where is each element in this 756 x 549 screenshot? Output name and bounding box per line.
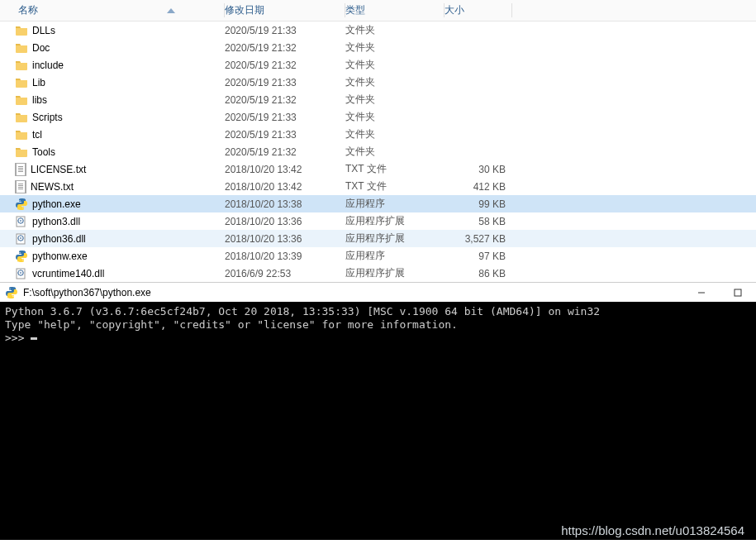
cursor-icon (31, 337, 37, 340)
file-name: Lib (32, 77, 45, 88)
terminal-titlebar[interactable]: F:\soft\python367\python.exe (0, 282, 756, 302)
file-row[interactable]: python.exe2018/10/20 13:38应用程序99 KB (0, 195, 756, 212)
file-row[interactable]: python3.dll2018/10/20 13:36应用程序扩展58 KB (0, 212, 756, 230)
file-date: 2020/5/19 21:33 (225, 77, 345, 88)
file-date: 2020/5/19 21:32 (225, 60, 345, 71)
file-type: 文件夹 (345, 110, 445, 124)
file-row[interactable]: pythonw.exe2018/10/20 13:39应用程序97 KB (0, 247, 756, 265)
file-size: 86 KB (445, 268, 512, 279)
py-icon (15, 198, 28, 211)
file-type: 文件夹 (345, 75, 445, 89)
maximize-button[interactable] (720, 283, 756, 302)
file-date: 2016/6/9 22:53 (225, 268, 345, 279)
file-name: vcruntime140.dll (32, 268, 104, 279)
file-row[interactable]: vcruntime140.dll2016/6/9 22:53应用程序扩展86 K… (0, 265, 756, 282)
file-date: 2020/5/19 21:32 (225, 42, 345, 54)
file-name: NEWS.txt (31, 181, 74, 193)
file-type: 文件夹 (345, 41, 445, 55)
file-row[interactable]: include2020/5/19 21:32文件夹 (0, 56, 756, 74)
file-type: TXT 文件 (345, 162, 445, 176)
python-icon (5, 286, 18, 299)
folder-icon (15, 111, 28, 124)
column-header-date[interactable]: 修改日期 (225, 0, 345, 21)
file-row[interactable]: DLLs2020/5/19 21:33文件夹 (0, 21, 756, 39)
file-size: 99 KB (445, 198, 512, 210)
folder-icon (15, 76, 28, 89)
column-label: 修改日期 (225, 3, 264, 17)
dll-icon (15, 267, 28, 280)
file-type: 应用程序扩展 (345, 232, 445, 246)
column-header-type[interactable]: 类型 (345, 0, 445, 21)
file-name: tcl (32, 129, 42, 141)
file-date: 2020/5/19 21:33 (225, 129, 345, 141)
terminal-output[interactable]: Python 3.6.7 (v3.6.7:6ec5cf24b7, Oct 20 … (0, 302, 756, 540)
file-name: DLLs (32, 25, 55, 36)
file-type: 文件夹 (345, 145, 445, 159)
column-label: 大小 (445, 3, 464, 17)
terminal-line: Type "help", "copyright", "credits" or "… (5, 318, 458, 331)
dll-icon (15, 215, 28, 228)
column-header-row: 名称 修改日期 类型 大小 (0, 0, 756, 21)
file-name: include (32, 60, 64, 71)
file-size: 412 KB (445, 181, 512, 193)
terminal-line: Python 3.6.7 (v3.6.7:6ec5cf24b7, Oct 20 … (5, 305, 600, 317)
file-list: DLLs2020/5/19 21:33文件夹Doc2020/5/19 21:32… (0, 21, 756, 282)
file-date: 2018/10/20 13:42 (225, 164, 345, 175)
file-date: 2020/5/19 21:33 (225, 112, 345, 123)
file-type: 应用程序 (345, 197, 445, 211)
minimize-button[interactable] (683, 283, 720, 302)
file-row[interactable]: LICENSE.txt2018/10/20 13:42TXT 文件30 KB (0, 160, 756, 178)
file-row[interactable]: python36.dll2018/10/20 13:36应用程序扩展3,527 … (0, 230, 756, 247)
file-row[interactable]: libs2020/5/19 21:32文件夹 (0, 91, 756, 108)
terminal-title: F:\soft\python367\python.exe (23, 287, 151, 298)
file-row[interactable]: Lib2020/5/19 21:33文件夹 (0, 74, 756, 91)
column-label: 名称 (18, 3, 38, 17)
file-name: libs (32, 94, 47, 106)
file-name: python36.dll (32, 233, 86, 245)
folder-icon (15, 41, 28, 55)
file-date: 2020/5/19 21:32 (225, 94, 345, 106)
folder-icon (15, 128, 28, 141)
file-name: pythonw.exe (32, 251, 88, 262)
file-size: 97 KB (445, 251, 512, 262)
terminal-prompt: >>> (5, 332, 31, 344)
column-header-size[interactable]: 大小 (445, 0, 512, 21)
file-name: Scripts (32, 112, 63, 123)
file-name: Doc (32, 42, 50, 54)
file-row[interactable]: NEWS.txt2018/10/20 13:42TXT 文件412 KB (0, 178, 756, 195)
file-type: 文件夹 (345, 23, 445, 37)
file-date: 2018/10/20 13:42 (225, 181, 345, 193)
svg-rect-9 (735, 289, 741, 296)
file-explorer-panel: 名称 修改日期 类型 大小 DLLs2020/5/19 21:33文件夹Doc2… (0, 0, 756, 282)
file-size: 58 KB (445, 216, 512, 227)
file-type: 应用程序 (345, 249, 445, 263)
file-row[interactable]: Doc2020/5/19 21:32文件夹 (0, 39, 756, 56)
file-size: 3,527 KB (445, 233, 512, 245)
py-icon (15, 250, 28, 263)
svg-point-2 (20, 220, 21, 222)
file-size: 30 KB (445, 164, 512, 175)
svg-point-5 (20, 237, 21, 239)
file-name: Tools (32, 146, 55, 158)
file-type: 文件夹 (345, 58, 445, 72)
file-type: 文件夹 (345, 93, 445, 107)
watermark-text: https://blog.csdn.net/u013824564 (561, 523, 744, 537)
file-name: LICENSE.txt (31, 164, 86, 175)
file-type: 应用程序扩展 (345, 266, 445, 280)
file-date: 2018/10/20 13:36 (225, 216, 345, 227)
file-date: 2018/10/20 13:36 (225, 233, 345, 245)
file-date: 2020/5/19 21:33 (225, 25, 345, 36)
dll-icon (15, 232, 28, 246)
folder-icon (15, 93, 28, 107)
file-type: 文件夹 (345, 127, 445, 141)
file-name: python.exe (32, 198, 81, 210)
column-label: 类型 (345, 3, 365, 17)
file-row[interactable]: tcl2020/5/19 21:33文件夹 (0, 126, 756, 143)
column-header-name[interactable]: 名称 (0, 0, 225, 21)
file-type: TXT 文件 (345, 179, 445, 193)
sort-ascending-icon (167, 8, 175, 13)
file-row[interactable]: Scripts2020/5/19 21:33文件夹 (0, 108, 756, 126)
file-row[interactable]: Tools2020/5/19 21:32文件夹 (0, 143, 756, 160)
file-type: 应用程序扩展 (345, 214, 445, 228)
file-date: 2020/5/19 21:32 (225, 146, 345, 158)
